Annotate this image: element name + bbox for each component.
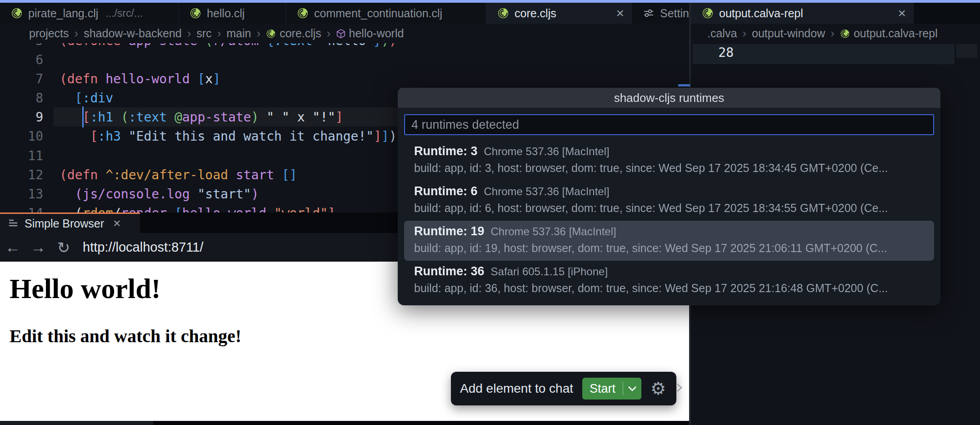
editor-tab-bar: pirate_lang.clj.../src/...hello.cljcomme…	[0, 3, 980, 24]
line-number: 14	[0, 206, 43, 213]
clojure-icon	[190, 7, 201, 19]
back-icon[interactable]: ←	[0, 238, 25, 256]
bottom-strip-left	[0, 421, 153, 425]
line-number: 8	[0, 91, 43, 106]
line-number: 13	[0, 187, 43, 202]
bottom-strip-right	[153, 421, 689, 425]
scrollbar-indicator[interactable]	[678, 84, 690, 86]
tab-comment-continuation-clj[interactable]: comment_continuation.clj	[286, 3, 486, 24]
runtime-description: Chrome 537.36 [MacIntel]	[491, 225, 616, 238]
settings-icon	[643, 7, 655, 19]
runtime-option-4[interactable]: Runtime: 36Safari 605.1.15 [iPhone]build…	[404, 261, 934, 301]
runtime-description: Chrome 537.36 [MacIntel]	[484, 185, 610, 198]
chevron-down-icon[interactable]	[623, 385, 641, 392]
code-text: [:h1 (:text @app-state) " " x "!"]	[60, 110, 343, 125]
breadcrumb-text: src	[196, 27, 211, 40]
start-button[interactable]: Start	[582, 378, 641, 400]
breadcrumb-text: hello-world	[349, 27, 404, 40]
gear-icon[interactable]: ⚙	[650, 380, 666, 397]
code-line-6: 6	[0, 50, 689, 69]
close-icon[interactable]: ×	[898, 6, 906, 20]
quickpick-dialog: shadow-cljs runtimes Runtime: 3Chrome 53…	[398, 88, 940, 305]
panel-tab-label: Simple Browser	[25, 217, 104, 230]
breadcrumb-separator: ›	[742, 26, 746, 40]
text-cursor	[82, 106, 84, 127]
url-field[interactable]: http://localhost:8711/	[83, 240, 203, 255]
tab-label: pirate_lang.clj	[28, 7, 98, 20]
close-icon[interactable]: ×	[113, 216, 120, 231]
tab-path-hint: .../src/...	[105, 7, 143, 20]
runtime-option-1[interactable]: Runtime: 3Chrome 537.36 [MacIntel]build:…	[404, 141, 934, 181]
quickpick-input[interactable]	[404, 114, 934, 135]
breadcrumb-item-calva[interactable]: .calva	[707, 27, 737, 40]
runtime-option-2[interactable]: Runtime: 6Chrome 537.36 [MacIntel]build:…	[404, 181, 934, 221]
page-heading: Hello world!	[10, 273, 160, 305]
clojure-icon	[297, 7, 309, 19]
line-number: 10	[0, 129, 43, 144]
line-number: 5	[0, 43, 43, 48]
vscode-window: pirate_lang.clj.../src/...hello.cljcomme…	[0, 0, 980, 425]
tab-hello-clj[interactable]: hello.clj	[179, 3, 286, 24]
code-text: (defn ^:dev/after-load start []	[60, 167, 297, 182]
breadcrumb-separator: ›	[217, 26, 221, 40]
line-number: 9	[0, 110, 43, 125]
breadcrumb-item-core-cljs[interactable]: core.cljs	[266, 27, 321, 40]
code-text: [:div	[60, 91, 113, 106]
breadcrumb-item-projects[interactable]: projects	[29, 27, 69, 40]
runtime-detail: build: app, id: 6, host: browser, dom: t…	[414, 202, 929, 215]
cube-icon	[336, 29, 345, 39]
tab-output-calva-repl[interactable]: output.calva-repl×	[691, 3, 914, 24]
breadcrumb-text: main	[226, 27, 251, 40]
clojure-icon	[702, 7, 714, 19]
runtime-label: Runtime: 36	[414, 264, 485, 278]
add-element-toolbar: Add element to chat Start ⚙	[451, 372, 676, 405]
runtime-detail: build: app, id: 19, host: browser, dom: …	[414, 242, 929, 255]
breadcrumb-separator: ›	[75, 26, 79, 40]
line-number: 11	[0, 148, 43, 163]
breadcrumb-item-output-calva-repl[interactable]: output.calva-repl	[840, 27, 938, 40]
code-text: (defonce app-state (r/atom {:text "hello…	[60, 43, 397, 48]
runtime-label: Runtime: 6	[414, 184, 478, 198]
reload-icon[interactable]: ↻	[51, 238, 76, 257]
runtime-description: Chrome 537.36 [MacIntel]	[484, 145, 610, 158]
close-icon[interactable]: ×	[616, 6, 624, 20]
toolbar-label: Add element to chat	[460, 381, 573, 396]
tab-core-cljs[interactable]: core.cljs×	[486, 3, 632, 24]
runtime-label: Runtime: 3	[414, 144, 478, 158]
runtime-option-3[interactable]: Runtime: 19Chrome 537.36 [MacIntel]build…	[404, 221, 934, 261]
page-subheading: Edit this and watch it change!	[10, 325, 241, 347]
quickpick-list: Runtime: 3Chrome 537.36 [MacIntel]build:…	[404, 141, 934, 301]
breadcrumb-item-shadow-w-backend[interactable]: shadow-w-backend	[84, 27, 181, 40]
code-text: [:h3 "Edit this and watch it change!"]])	[60, 129, 397, 144]
clojure-icon	[266, 29, 276, 39]
chevron-right-icon[interactable]	[675, 381, 683, 396]
runtime-detail: build: app, id: 3, host: browser, dom: t…	[414, 162, 929, 175]
breadcrumb-secondary: .calva›output-window›output.calva-repl	[692, 24, 980, 43]
line-number: 6	[0, 52, 43, 67]
clojure-icon	[497, 7, 509, 19]
breadcrumb-item-src[interactable]: src	[196, 27, 211, 40]
breadcrumb-item-hello-world[interactable]: hello-world	[336, 27, 404, 40]
tab-label: comment_continuation.clj	[314, 7, 442, 20]
browser-list-icon	[7, 218, 19, 229]
breadcrumb-text: projects	[29, 27, 69, 40]
tab-settin[interactable]: Settin⋯	[632, 3, 690, 24]
tab-pirate-lang-clj[interactable]: pirate_lang.clj.../src/...	[0, 3, 179, 24]
clojure-icon	[840, 29, 850, 39]
breadcrumb-text: .calva	[707, 27, 737, 40]
breadcrumb-item-main[interactable]: main	[226, 27, 251, 40]
quickpick-title: shadow-cljs runtimes	[398, 88, 940, 108]
tab-bar-empty-space	[914, 3, 980, 24]
line-number: 12	[0, 167, 43, 182]
line-number: 7	[0, 71, 43, 86]
breadcrumb-separator: ›	[830, 26, 835, 40]
tab-simple-browser[interactable]: Simple Browser ×	[0, 212, 140, 233]
runtime-description: Safari 605.1.15 [iPhone]	[491, 265, 608, 278]
runtime-label: Runtime: 19	[414, 224, 485, 238]
code-line-5: 5(defonce app-state (r/atom {:text "hell…	[0, 43, 689, 50]
breadcrumb-item-output-window[interactable]: output-window	[752, 27, 825, 40]
forward-icon[interactable]: →	[25, 238, 51, 256]
code-text: (defn hello-world [x]	[60, 71, 220, 86]
minimap	[956, 44, 977, 58]
breadcrumb-separator: ›	[256, 26, 260, 40]
